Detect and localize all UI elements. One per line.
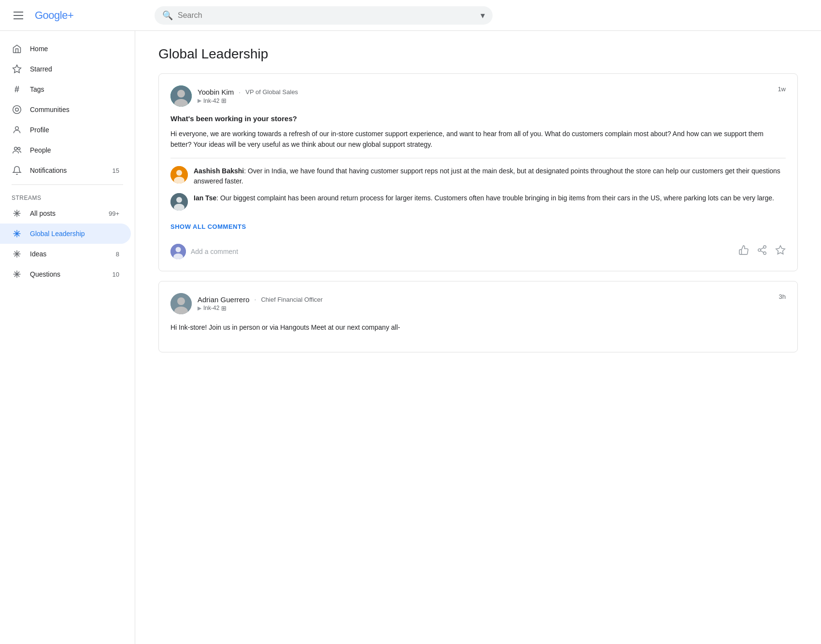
sidebar: Home Starred # Tags Communities	[0, 31, 135, 644]
star-button-1[interactable]	[775, 245, 786, 258]
sidebar-label-communities: Communities	[30, 106, 119, 113]
post-header-2: Adrian Guerrero · Chief Financial Office…	[170, 293, 786, 314]
search-bar[interactable]: 🔍 ▾	[155, 6, 493, 25]
tag-icon-1: ⊞	[221, 97, 226, 104]
share-button-1[interactable]	[757, 245, 767, 258]
logo-text: Google	[35, 9, 68, 21]
svg-point-2	[15, 108, 19, 112]
logo-plus: +	[68, 9, 73, 21]
search-input[interactable]	[178, 11, 476, 20]
stream-label-ideas: Ideas	[30, 250, 108, 258]
sidebar-item-tags[interactable]: # Tags	[0, 79, 131, 99]
header: Google+ 🔍 ▾	[0, 0, 821, 31]
svg-point-34	[764, 246, 766, 248]
comment-author-1-1: Aashish Bakshi	[194, 167, 244, 175]
svg-point-26	[176, 170, 182, 176]
svg-point-3	[15, 126, 19, 130]
add-comment-placeholder-1[interactable]: Add a comment	[191, 248, 238, 255]
svg-point-29	[176, 197, 182, 203]
avatar-aashish	[170, 166, 188, 183]
post-author-info-1: Yoobin Kim · VP of Global Sales ▶ Ink-42…	[170, 85, 298, 107]
comment-sep: :	[244, 167, 248, 175]
sidebar-label-starred: Starred	[30, 65, 119, 73]
sidebar-label-people: People	[30, 146, 119, 154]
sidebar-divider	[12, 184, 123, 185]
add-comment-area-1[interactable]: Add a comment	[170, 244, 733, 259]
streams-section-label: Streams	[0, 189, 135, 203]
post-author-info-2: Adrian Guerrero · Chief Financial Office…	[170, 293, 323, 314]
sidebar-stream-global-leadership[interactable]: Global Leadership	[0, 224, 131, 244]
stream-label-global-leadership: Global Leadership	[30, 230, 112, 238]
post-body-1: Hi everyone, we are working towards a re…	[170, 128, 786, 150]
header-left: Google+	[10, 8, 155, 23]
comment-body-1-2: Our biggest complaint has been around re…	[220, 194, 774, 202]
comment-1-1: Aashish Bakshi: Over in India, we have f…	[170, 166, 786, 186]
sidebar-item-people[interactable]: People	[0, 140, 131, 160]
svg-line-37	[761, 251, 764, 253]
svg-point-32	[176, 247, 181, 252]
author-tag-2: ▶ Ink-42 ⊞	[198, 305, 323, 312]
sidebar-stream-ideas[interactable]: Ideas 8	[0, 244, 131, 264]
svg-point-36	[764, 252, 766, 255]
global-leadership-icon	[12, 228, 22, 239]
svg-line-38	[761, 248, 764, 250]
main-content: Global Leadership Yoobin Kim	[135, 31, 821, 644]
author-name-1: Yoobin Kim	[198, 88, 234, 96]
hamburger-menu-button[interactable]	[10, 8, 27, 23]
post-card-1: Yoobin Kim · VP of Global Sales ▶ Ink-42…	[158, 73, 798, 271]
svg-point-1	[13, 106, 21, 114]
sidebar-item-notifications[interactable]: Notifications 15	[0, 160, 131, 181]
svg-marker-0	[13, 65, 21, 73]
action-icons-1	[738, 245, 786, 258]
author-role-1: VP of Global Sales	[245, 88, 298, 96]
sidebar-item-communities[interactable]: Communities	[0, 99, 131, 120]
author-tag-text-1: Ink-42	[203, 98, 219, 104]
post-actions-1: Add a comment	[170, 244, 786, 259]
author-name-2: Adrian Guerrero	[198, 295, 250, 304]
home-icon	[12, 43, 22, 54]
notifications-badge: 15	[113, 167, 119, 174]
communities-icon	[12, 104, 22, 115]
star-icon	[12, 64, 22, 74]
post-title-1: What's been working in your stores?	[170, 114, 786, 123]
chevron-down-icon[interactable]: ▾	[481, 10, 485, 21]
sidebar-item-starred[interactable]: Starred	[0, 59, 131, 79]
post-header-1: Yoobin Kim · VP of Global Sales ▶ Ink-42…	[170, 85, 786, 107]
post-card-2: Adrian Guerrero · Chief Financial Office…	[158, 281, 798, 352]
stream-label-all-posts: All posts	[30, 210, 101, 217]
sidebar-label-home: Home	[30, 45, 119, 53]
tag-icon-2: ⊞	[221, 305, 226, 312]
people-icon	[12, 145, 22, 155]
sidebar-stream-questions[interactable]: Questions 10	[0, 264, 131, 284]
avatar-adrian	[170, 293, 192, 314]
svg-point-4	[14, 147, 17, 150]
sidebar-item-profile[interactable]: Profile	[0, 120, 131, 140]
avatar-ian	[170, 193, 188, 210]
post-time-1: 1w	[778, 85, 786, 93]
author-details-1: Yoobin Kim · VP of Global Sales ▶ Ink-42…	[198, 88, 298, 104]
logo: Google+	[35, 9, 73, 22]
comment-body-1-1: Over in India, we have found that having…	[194, 167, 780, 185]
questions-icon	[12, 269, 22, 280]
post-body-2: Hi Ink-store! Join us in person or via H…	[170, 322, 786, 333]
tags-icon: #	[12, 84, 22, 95]
post-time-2: 3h	[779, 293, 786, 300]
comment-1-2: Ian Tse: Our biggest complaint has been …	[170, 193, 786, 210]
show-all-comments-button[interactable]: SHOW ALL COMMENTS	[170, 223, 246, 230]
notifications-icon	[12, 165, 22, 176]
stream-badge-ideas: 8	[116, 251, 119, 258]
stream-badge-questions: 10	[113, 271, 119, 278]
page-title: Global Leadership	[158, 46, 798, 62]
search-icon: 🔍	[162, 10, 173, 21]
all-posts-icon	[12, 208, 22, 219]
comments-divider-1	[170, 158, 786, 158]
sidebar-item-home[interactable]: Home	[0, 39, 131, 59]
svg-point-5	[18, 147, 20, 150]
like-button-1[interactable]	[738, 245, 749, 258]
comment-author-1-2: Ian Tse	[194, 194, 216, 202]
sidebar-label-profile: Profile	[30, 126, 119, 134]
sidebar-label-notifications: Notifications	[30, 167, 105, 174]
comment-text-1-2: Ian Tse: Our biggest complaint has been …	[194, 193, 774, 203]
sidebar-stream-all-posts[interactable]: All posts 99+	[0, 203, 131, 224]
author-details-2: Adrian Guerrero · Chief Financial Office…	[198, 295, 323, 312]
